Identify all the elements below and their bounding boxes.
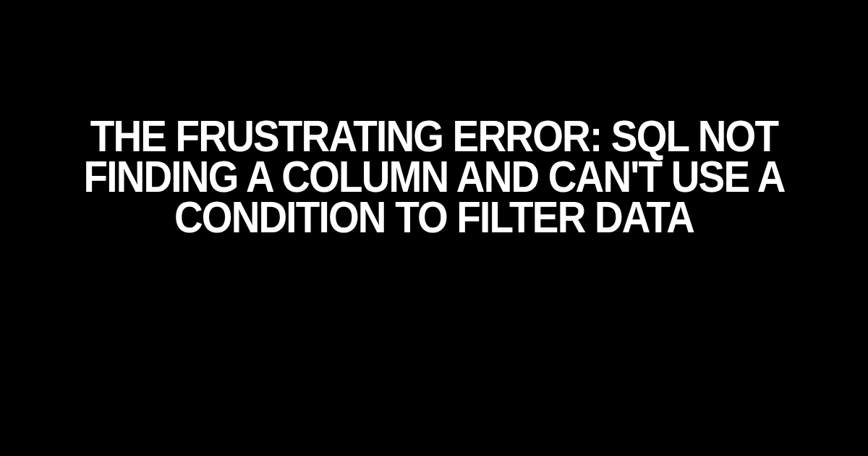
headline-text: The Frustrating Error: SQL Not Finding a… xyxy=(63,116,805,237)
